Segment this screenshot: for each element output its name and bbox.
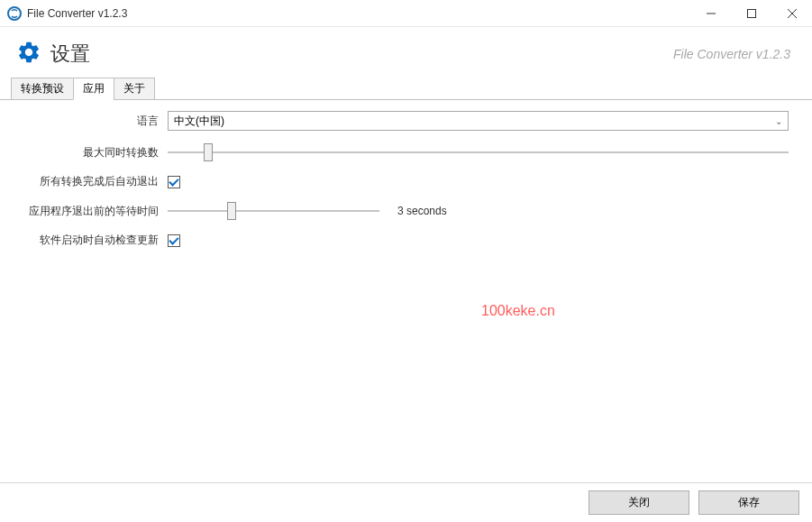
settings-panel: 语言 中文(中国) ⌄ 最大同时转换数 所有转换完成后自动退出 应用程序退出前的… xyxy=(11,100,801,271)
tabs: 转换预设 应用 关于 xyxy=(0,77,812,100)
header: 设置 File Converter v1.2.3 xyxy=(0,27,812,77)
close-button[interactable] xyxy=(771,0,812,27)
language-value: 中文(中国) xyxy=(174,114,224,129)
tab-application[interactable]: 应用 xyxy=(73,78,114,100)
auto-exit-checkbox[interactable] xyxy=(168,176,180,188)
auto-exit-label: 所有转换完成后自动退出 xyxy=(23,174,168,189)
app-icon xyxy=(7,6,22,21)
save-button[interactable]: 保存 xyxy=(698,490,799,515)
maximize-button[interactable] xyxy=(731,0,771,27)
wait-time-slider[interactable] xyxy=(168,202,379,220)
check-updates-label: 软件启动时自动检查更新 xyxy=(23,233,168,248)
language-select[interactable]: 中文(中国) ⌄ xyxy=(168,111,789,131)
wait-time-label: 应用程序退出前的等待时间 xyxy=(23,204,168,219)
gear-icon xyxy=(16,40,41,68)
brand-text: File Converter v1.2.3 xyxy=(673,47,790,61)
wait-time-value: 3 seconds xyxy=(397,205,447,217)
chevron-down-icon: ⌄ xyxy=(775,116,782,126)
watermark: 100keke.cn xyxy=(481,303,555,319)
tab-presets[interactable]: 转换预设 xyxy=(11,78,74,100)
page-title: 设置 xyxy=(50,41,90,68)
max-concurrent-slider[interactable] xyxy=(168,143,789,161)
titlebar: File Converter v1.2.3 xyxy=(0,0,812,27)
close-dialog-button[interactable]: 关闭 xyxy=(588,490,689,515)
tab-about[interactable]: 关于 xyxy=(114,78,155,100)
check-updates-checkbox[interactable] xyxy=(168,234,180,247)
max-concurrent-label: 最大同时转换数 xyxy=(23,145,168,160)
minimize-button[interactable] xyxy=(690,0,731,27)
svg-rect-2 xyxy=(747,9,755,17)
window-controls xyxy=(690,0,812,27)
footer: 关闭 保存 xyxy=(0,482,812,522)
window-title: File Converter v1.2.3 xyxy=(27,7,127,20)
language-label: 语言 xyxy=(23,114,168,129)
